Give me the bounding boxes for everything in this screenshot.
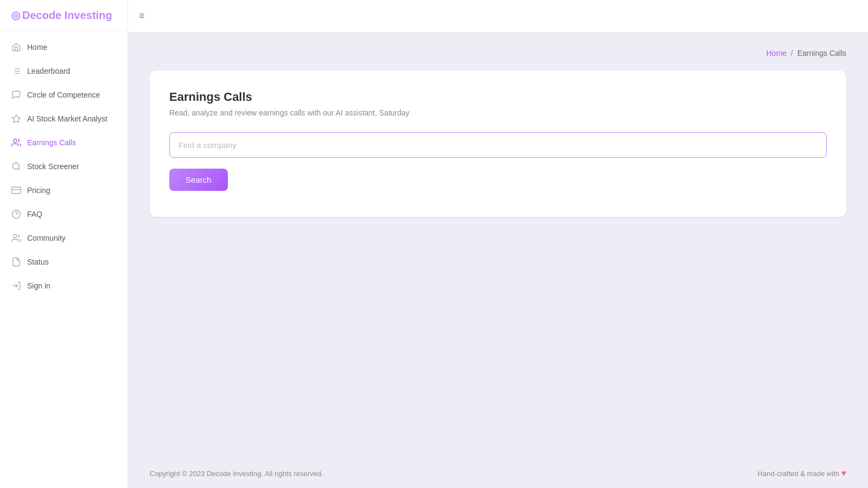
sidebar-item-label: FAQ xyxy=(27,210,42,219)
main-area: ≡ Home / Earnings Calls Earnings Calls R… xyxy=(128,0,868,488)
heart-icon: ♥ xyxy=(841,468,847,478)
home-icon xyxy=(11,42,22,53)
svg-rect-10 xyxy=(12,187,21,194)
svg-point-8 xyxy=(12,163,19,169)
leaderboard-icon xyxy=(11,66,22,76)
topbar: ≡ xyxy=(128,0,868,33)
nav-list: Home Leaderboard Circle of Competence AI… xyxy=(0,31,127,488)
earnings-calls-icon xyxy=(11,137,22,148)
breadcrumb-current: Earnings Calls xyxy=(797,49,846,57)
svg-point-12 xyxy=(12,210,21,219)
sidebar-item-home[interactable]: Home xyxy=(0,35,127,59)
svg-point-7 xyxy=(14,139,17,142)
sidebar-item-label: Pricing xyxy=(27,186,50,195)
sidebar-item-circle-of-competence[interactable]: Circle of Competence xyxy=(0,83,127,107)
copyright-text: Copyright © 2023 Decode Investing. All r… xyxy=(150,470,323,478)
sign-in-icon xyxy=(11,280,22,291)
company-search-input[interactable] xyxy=(169,132,827,158)
page-subtitle: Read, analyze and review earnings calls … xyxy=(169,108,827,117)
sidebar-item-leaderboard[interactable]: Leaderboard xyxy=(0,59,127,83)
sidebar-item-community[interactable]: Community xyxy=(0,226,127,250)
breadcrumb-separator: / xyxy=(791,49,793,57)
logo[interactable]: ◎ Decode Investing xyxy=(0,0,127,31)
logo-icon: ◎ xyxy=(11,9,20,22)
sidebar-item-label: Leaderboard xyxy=(27,67,70,75)
sidebar-item-label: Community xyxy=(27,234,66,242)
sidebar-item-pricing[interactable]: Pricing xyxy=(0,178,127,202)
sidebar-item-faq[interactable]: FAQ xyxy=(0,202,127,226)
sidebar-item-label: Stock Screener xyxy=(27,162,79,171)
breadcrumb: Home / Earnings Calls xyxy=(766,49,846,57)
community-icon xyxy=(11,233,22,243)
status-icon xyxy=(11,256,22,267)
sidebar-item-label: Home xyxy=(27,43,47,52)
footer: Copyright © 2023 Decode Investing. All r… xyxy=(128,458,868,488)
content-area: Home / Earnings Calls Earnings Calls Rea… xyxy=(128,33,868,458)
sidebar-item-ai-stock-market-analyst[interactable]: AI Stock Market Analyst xyxy=(0,107,127,131)
svg-point-14 xyxy=(14,234,17,237)
page-title: Earnings Calls xyxy=(169,90,827,104)
svg-line-9 xyxy=(18,168,20,170)
earnings-calls-card: Earnings Calls Read, analyze and review … xyxy=(150,70,846,217)
breadcrumb-home-link[interactable]: Home xyxy=(766,49,786,57)
sidebar-item-label: Status xyxy=(27,258,49,266)
sidebar-item-label: Sign in xyxy=(27,281,50,290)
svg-marker-6 xyxy=(12,115,21,123)
pricing-icon xyxy=(11,185,22,196)
ai-stock-market-analyst-icon xyxy=(11,113,22,124)
sidebar: ◎ Decode Investing Home Leaderboard Circ… xyxy=(0,0,128,488)
circle-of-competence-icon xyxy=(11,89,22,100)
brand-name: Decode Investing xyxy=(22,9,112,22)
hamburger-menu-icon[interactable]: ≡ xyxy=(139,10,145,22)
sidebar-item-label: Circle of Competence xyxy=(27,91,100,99)
tagline: Hand-crafted & made with ♥ xyxy=(758,468,846,478)
sidebar-item-label: AI Stock Market Analyst xyxy=(27,114,107,123)
search-button[interactable]: Search xyxy=(169,169,228,191)
sidebar-item-stock-screener[interactable]: Stock Screener xyxy=(0,155,127,178)
sidebar-item-status[interactable]: Status xyxy=(0,250,127,274)
stock-screener-icon xyxy=(11,161,22,172)
faq-icon xyxy=(11,209,22,220)
sidebar-item-label: Earnings Calls xyxy=(27,138,76,147)
sidebar-item-sign-in[interactable]: Sign in xyxy=(0,274,127,298)
sidebar-item-earnings-calls[interactable]: Earnings Calls xyxy=(0,131,127,155)
